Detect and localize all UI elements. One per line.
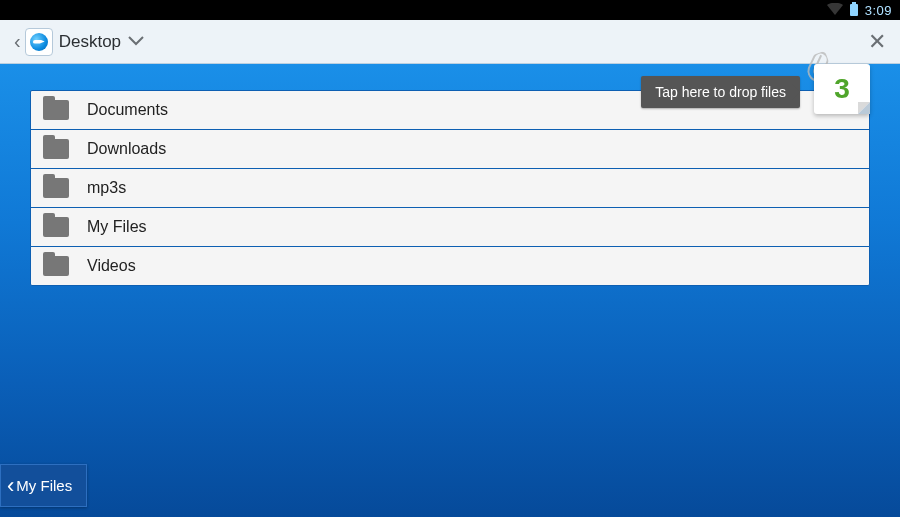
drop-tooltip: Tap here to drop files (641, 76, 800, 108)
folder-row[interactable]: Downloads (30, 129, 870, 169)
folder-label: Documents (87, 101, 168, 119)
drop-target-badge[interactable]: 3 (814, 64, 870, 114)
back-icon[interactable]: ‹ (10, 30, 25, 53)
close-icon[interactable]: ✕ (864, 29, 890, 55)
svg-rect-0 (850, 4, 858, 16)
wifi-icon (827, 3, 843, 18)
app-bar: ‹ Desktop ✕ (0, 20, 900, 64)
folder-icon (43, 256, 69, 276)
battery-icon (849, 2, 859, 19)
bottom-nav-chip[interactable]: ‹ My Files (0, 464, 87, 507)
chevron-down-icon[interactable] (127, 33, 145, 51)
folder-icon (43, 178, 69, 198)
folder-label: My Files (87, 218, 147, 236)
status-bar: 3:09 (0, 0, 900, 20)
chevron-left-icon: ‹ (7, 478, 14, 494)
folder-icon (43, 100, 69, 120)
folder-icon (43, 139, 69, 159)
folder-row[interactable]: mp3s (30, 168, 870, 208)
folder-row[interactable]: Videos (30, 246, 870, 286)
bottom-chip-label: My Files (16, 477, 72, 494)
file-list: Documents Downloads mp3s My Files Videos (30, 90, 870, 286)
main-canvas: Documents Downloads mp3s My Files Videos… (0, 64, 900, 517)
folder-icon (43, 217, 69, 237)
folder-row[interactable]: My Files (30, 207, 870, 247)
svg-rect-1 (852, 2, 856, 4)
folder-label: mp3s (87, 179, 126, 197)
drop-count: 3 (834, 73, 850, 105)
folder-label: Videos (87, 257, 136, 275)
breadcrumb-title[interactable]: Desktop (59, 32, 121, 52)
folder-label: Downloads (87, 140, 166, 158)
app-logo[interactable] (25, 28, 53, 56)
clock: 3:09 (865, 3, 892, 18)
